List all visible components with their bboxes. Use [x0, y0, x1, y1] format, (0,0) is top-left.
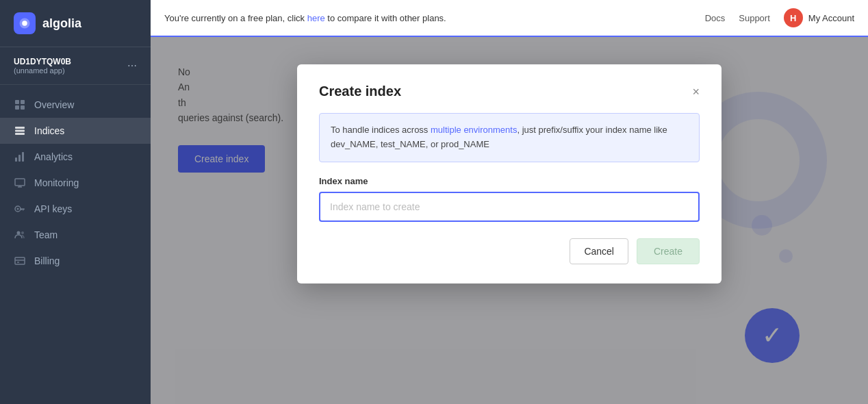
billing-icon — [14, 255, 26, 267]
user-info: UD1DYTQW0B (unnamed app) — [14, 57, 71, 75]
create-button[interactable]: Create — [637, 238, 700, 264]
svg-rect-5 — [21, 105, 25, 110]
sidebar-item-label: Indices — [34, 125, 64, 136]
user-app: (unnamed app) — [14, 66, 71, 75]
sidebar-item-label: Billing — [34, 255, 60, 266]
svg-rect-9 — [15, 157, 17, 162]
svg-rect-17 — [20, 209, 25, 210]
algolia-logo-icon — [14, 12, 36, 34]
info-highlight: multiple environments — [431, 125, 517, 135]
sidebar-item-api-keys[interactable]: API keys — [0, 196, 151, 222]
sidebar-item-label: Analytics — [34, 151, 73, 162]
svg-rect-22 — [15, 257, 25, 264]
analytics-icon — [14, 151, 26, 163]
sidebar-item-monitoring[interactable]: Monitoring — [0, 170, 151, 196]
svg-rect-4 — [15, 105, 19, 110]
svg-rect-7 — [15, 130, 25, 132]
overview-icon — [14, 99, 26, 111]
sidebar-nav: Overview Indices Analytics — [0, 85, 151, 404]
team-icon — [14, 229, 26, 241]
svg-rect-8 — [15, 133, 25, 135]
info-text-1: To handle indices across — [331, 125, 431, 135]
modal-title: Create index — [319, 84, 401, 99]
modal-footer: Cancel Create — [319, 238, 700, 264]
svg-point-16 — [17, 208, 19, 210]
svg-rect-12 — [15, 179, 25, 186]
logo-text: algolia — [42, 16, 81, 31]
svg-point-20 — [17, 231, 21, 235]
support-link[interactable]: Support — [739, 13, 770, 23]
page-content: ✓ NoAnthqueries against (search). Create… — [151, 37, 868, 404]
index-name-input[interactable] — [319, 192, 700, 222]
indices-icon — [14, 125, 26, 137]
banner-link[interactable]: here — [307, 13, 325, 23]
svg-rect-6 — [15, 127, 25, 129]
banner-text: You're currently on a free plan, click h… — [164, 13, 446, 23]
svg-rect-11 — [22, 152, 24, 162]
svg-rect-19 — [21, 209, 23, 211]
svg-point-21 — [21, 231, 24, 234]
sidebar-item-analytics[interactable]: Analytics — [0, 144, 151, 170]
sidebar-item-label: Monitoring — [34, 177, 79, 188]
monitoring-icon — [14, 177, 26, 189]
sidebar: algolia UD1DYTQW0B (unnamed app) ⋯ Overv… — [0, 0, 151, 404]
sidebar-item-label: API keys — [34, 203, 72, 214]
modal-overlay: Create index × To handle indices across … — [151, 37, 868, 404]
cancel-button[interactable]: Cancel — [570, 238, 628, 264]
sidebar-logo: algolia — [0, 0, 151, 47]
sidebar-item-billing[interactable]: Billing — [0, 248, 151, 274]
sidebar-item-label: Team — [34, 229, 58, 240]
banner-right: Docs Support H My Account — [705, 8, 854, 27]
modal-close-button[interactable]: × — [692, 86, 700, 98]
docs-link[interactable]: Docs — [705, 13, 726, 23]
main-content: You're currently on a free plan, click h… — [151, 0, 868, 404]
svg-point-1 — [22, 21, 27, 26]
sidebar-item-indices[interactable]: Indices — [0, 118, 151, 144]
svg-rect-2 — [15, 100, 19, 104]
modal-info-box: To handle indices across multiple enviro… — [319, 113, 700, 162]
create-index-modal: Create index × To handle indices across … — [297, 64, 722, 283]
index-name-label: Index name — [319, 176, 700, 186]
svg-rect-3 — [21, 100, 25, 104]
account-label: My Account — [808, 13, 854, 23]
sidebar-item-label: Overview — [34, 99, 74, 110]
sidebar-item-overview[interactable]: Overview — [0, 92, 151, 118]
sidebar-user[interactable]: UD1DYTQW0B (unnamed app) ⋯ — [0, 47, 151, 85]
account-avatar: H — [784, 8, 803, 27]
user-caret-icon[interactable]: ⋯ — [127, 60, 137, 71]
svg-rect-10 — [18, 155, 21, 162]
my-account-button[interactable]: H My Account — [784, 8, 854, 27]
user-id: UD1DYTQW0B — [14, 57, 71, 66]
api-keys-icon — [14, 203, 26, 215]
modal-header: Create index × — [319, 84, 700, 99]
svg-rect-18 — [23, 209, 24, 211]
sidebar-item-team[interactable]: Team — [0, 222, 151, 248]
top-banner: You're currently on a free plan, click h… — [151, 0, 868, 37]
